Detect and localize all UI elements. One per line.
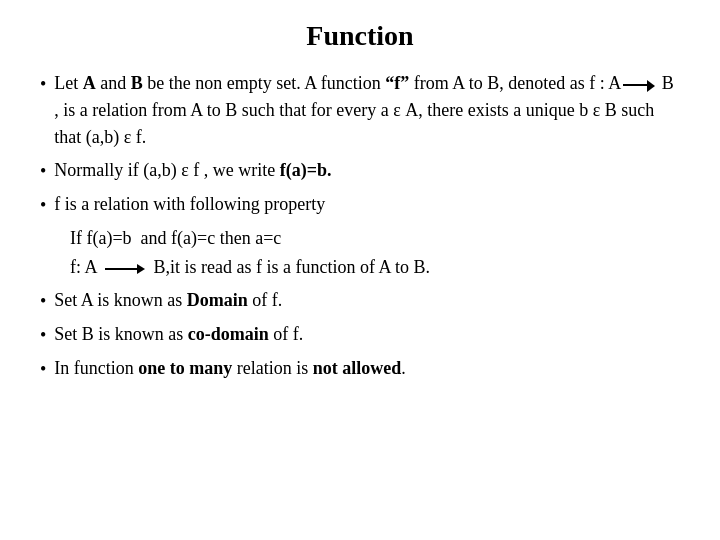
bullet-text: f is a relation with following property [54, 191, 680, 218]
bullet-symbol: • [40, 158, 46, 185]
indented-block: If f(a)=b and f(a)=c then a=c f: A B,it … [70, 225, 680, 281]
indented-line: f: A B,it is read as f is a function of … [70, 254, 680, 281]
bullet-text: Set A is known as Domain of f. [54, 287, 680, 314]
bullet-text: In function one to many relation is not … [54, 355, 680, 382]
list-item: • Normally if (a,b) ε f , we write f(a)=… [40, 157, 680, 185]
list-item: • Set A is known as Domain of f. [40, 287, 680, 315]
long-arrow-icon [105, 262, 145, 276]
bullet-symbol: • [40, 192, 46, 219]
list-item: • Let A and B be the non empty set. A fu… [40, 70, 680, 151]
list-item: • In function one to many relation is no… [40, 355, 680, 383]
page-title: Function [40, 20, 680, 52]
list-item: • Set B is known as co-domain of f. [40, 321, 680, 349]
arrow-icon [623, 79, 655, 91]
indented-line: If f(a)=b and f(a)=c then a=c [70, 225, 680, 252]
bullet-text: Set B is known as co-domain of f. [54, 321, 680, 348]
page-container: Function • Let A and B be the non empty … [0, 0, 720, 540]
bullet-symbol: • [40, 288, 46, 315]
bullet-symbol: • [40, 71, 46, 98]
bullet-text: Let A and B be the non empty set. A func… [54, 70, 680, 151]
bullet-symbol: • [40, 356, 46, 383]
content-area: • Let A and B be the non empty set. A fu… [40, 70, 680, 383]
indented-text: If f(a)=b and f(a)=c then a=c [70, 225, 281, 252]
bullet-symbol: • [40, 322, 46, 349]
indented-text: f: A B,it is read as f is a function of … [70, 254, 430, 281]
list-item: • f is a relation with following propert… [40, 191, 680, 219]
bullet-text: Normally if (a,b) ε f , we write f(a)=b. [54, 157, 680, 184]
